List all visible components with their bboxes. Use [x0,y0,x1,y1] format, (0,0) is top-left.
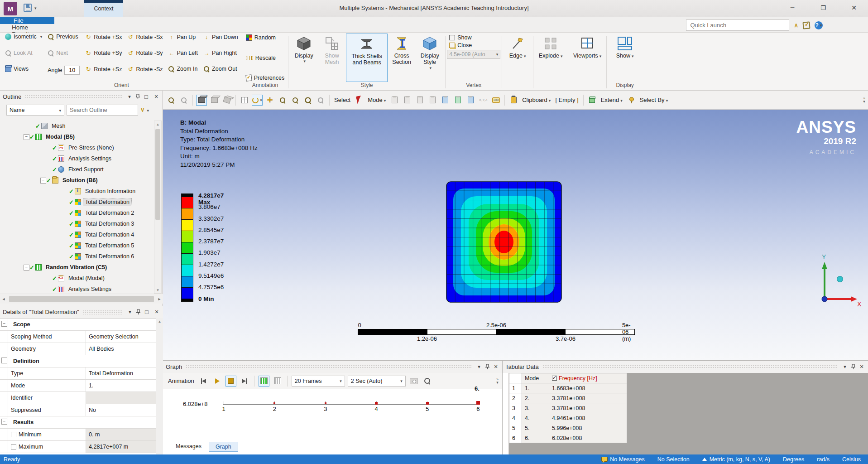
toolbar-overflow-icon[interactable]: »▾ [863,97,865,103]
tabular-menu-icon[interactable] [841,363,849,371]
menu-tab[interactable]: File [0,17,54,24]
tree-item[interactable]: Solution Information [0,186,154,197]
box-zoom-mode-icon[interactable] [290,95,301,106]
clipboard-dropdown[interactable]: Clipboard [521,97,552,103]
tree-item[interactable]: Total Deformation 5 [0,240,154,251]
tree-item[interactable]: Total Deformation 6 [0,251,154,262]
timeline-tick[interactable]: 3 [321,392,331,413]
select-face-icon[interactable] [414,95,425,106]
extend-dropdown[interactable]: Extend [599,97,624,103]
table-row[interactable]: 2 2. 3.3781e+008 [509,393,627,403]
unit-system[interactable]: Metric (m, kg, N, s, V, A) [702,456,770,463]
tree-expander-icon[interactable] [40,178,46,184]
next-view-button[interactable]: Next [45,50,82,56]
pan-right-button[interactable]: →Pan Right [201,50,240,57]
duration-dropdown[interactable]: 2 Sec (Auto) [348,376,406,387]
random-colors-button[interactable]: Random [244,34,278,41]
coordinates-icon[interactable]: X,Y,Z [478,95,489,106]
pan-up-button[interactable]: ↑Pan Up [166,34,200,40]
select-edge-icon[interactable] [402,95,412,106]
result-sets-icon[interactable] [259,376,269,387]
frequency-cell[interactable]: 5.996e+008 [549,423,627,433]
section-collapse-gutter[interactable] [0,441,8,453]
look-at-button[interactable]: Look At [3,50,44,56]
section-collapse-gutter[interactable] [0,416,8,428]
scroll-down-icon[interactable]: ▾ [154,288,161,292]
shaded-exterior-edges-icon[interactable] [196,95,207,106]
tree-item[interactable]: Fixed Support [0,164,154,175]
select-by-pin-icon[interactable] [626,95,637,106]
scrollbar-thumb[interactable] [9,296,154,302]
views-button[interactable]: Views [3,66,44,72]
result-checkbox[interactable] [11,432,16,437]
mode-cell[interactable]: 1. [522,383,549,393]
tree-expander-icon[interactable] [24,134,29,140]
tree-item[interactable]: Total Deformation 2 [0,208,154,218]
frequency-column-header[interactable]: Frequency [Hz] [549,373,627,383]
section-collapse-gutter[interactable] [0,404,8,416]
tree-item[interactable]: Total Deformation 4 [0,229,154,240]
timeline-tick[interactable]: 2 [269,392,279,413]
zoom-mode-icon[interactable] [277,95,288,106]
frequency-cell[interactable]: 3.3781e+008 [549,403,627,413]
zoom-fit-icon[interactable] [178,95,189,106]
table-row[interactable]: 3 3. 3.3781e+008 [509,403,627,413]
tree-item[interactable]: Total Deformation [0,197,154,208]
section-collapse-gutter[interactable] [0,355,8,367]
vertex-size-dropdown[interactable]: 4.5e-009 (Auto [447,50,500,59]
cross-section-button[interactable]: CrossSection [388,34,416,82]
stop-button[interactable] [225,376,236,387]
rotate-plus-sy-button[interactable]: ↻Rotate +Sy [83,50,124,57]
scroll-right-icon[interactable]: ▸ [156,296,163,301]
graph-menu-icon[interactable] [475,363,483,371]
show-panels-button[interactable]: Show [608,34,642,82]
timeline-tick[interactable]: 1 [219,392,229,413]
messages-status[interactable]: No Messages [601,456,644,463]
quick-launch-input[interactable] [686,19,789,31]
rotate-minus-sz-button[interactable]: ↺Rotate -Sz [125,66,165,72]
angle-input[interactable] [64,66,80,75]
details-row[interactable]: Definition [0,355,163,367]
zoom-out-button[interactable]: Zoom Out [201,66,240,72]
graph-toolbar-overflow-icon[interactable]: »▾ [496,378,499,384]
pan-mode-icon[interactable]: ✛ [264,95,275,106]
outline-vertical-scrollbar[interactable]: ▴ ▾ [154,121,162,294]
outline-menu-icon[interactable] [126,93,133,101]
result-checkbox[interactable] [11,444,16,450]
frequency-cell[interactable]: 6.028e+008 [549,433,627,443]
timeline-tick[interactable]: 4 [371,392,381,413]
section-collapse-gutter[interactable] [0,367,8,379]
close-button[interactable] [848,3,860,13]
collapse-ribbon-icon[interactable] [794,22,798,29]
tree-expander-icon[interactable] [24,265,29,271]
angle-unit[interactable]: Degrees [783,456,804,463]
pin-icon[interactable] [851,364,855,370]
details-row[interactable]: Type Total Deformation [0,367,163,380]
row-number[interactable]: 3 [509,403,522,413]
edge-button[interactable]: Edge [504,34,532,82]
section-collapse-gutter[interactable] [0,392,8,404]
tree-item[interactable]: Analysis Settings [0,284,154,294]
details-close-icon[interactable] [153,309,160,316]
property-value[interactable]: Geometry Selection [86,331,163,343]
row-number[interactable]: 4 [509,413,522,423]
tree-item[interactable]: Mesh [0,121,154,131]
search-outline-input[interactable] [67,105,138,116]
details-row[interactable]: Suppressed No [0,404,163,416]
rotate-minus-sx-button[interactable]: ↺Rotate -Sx [125,34,165,40]
property-value[interactable]: All Bodies [86,343,163,355]
property-value[interactable]: No [86,404,163,416]
row-number[interactable]: 5 [509,423,522,433]
pin-icon[interactable] [136,94,140,100]
temperature-unit[interactable]: Celsius [842,456,861,463]
section-collapse-gutter[interactable] [0,380,8,392]
previous-view-button[interactable]: Previous [45,34,82,40]
restore-button[interactable] [817,3,829,13]
pan-left-button[interactable]: ←Pan Left [166,50,200,57]
timeline-tick[interactable]: 6 [473,392,483,413]
select-by-dropdown[interactable]: Select By [638,97,669,103]
outline-maximize-icon[interactable] [143,93,150,101]
tab-messages[interactable]: Messages [169,442,208,452]
tree-item[interactable]: Analysis Settings [0,153,154,164]
tree-item[interactable]: Solution (B6) [0,175,154,186]
